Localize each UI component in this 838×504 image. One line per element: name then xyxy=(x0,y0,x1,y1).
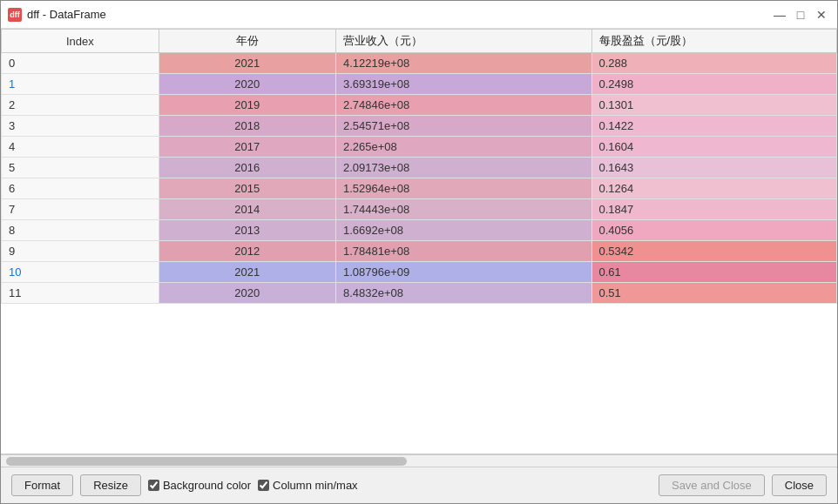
bg-color-label: Background color xyxy=(163,479,251,492)
cell-revenue: 2.74846e+08 xyxy=(335,95,591,116)
cell-year: 2018 xyxy=(159,116,335,137)
title-bar: dff dff - DataFrame — □ ✕ xyxy=(1,1,837,29)
table-row: 6 2015 1.52964e+08 0.1264 xyxy=(2,178,837,199)
cell-year: 2017 xyxy=(159,137,335,158)
cell-index: 0 xyxy=(2,53,159,74)
cell-eps: 0.61 xyxy=(591,262,836,283)
cell-eps: 0.2498 xyxy=(591,74,836,95)
save-close-button[interactable]: Save and Close xyxy=(659,474,765,496)
close-window-button[interactable]: ✕ xyxy=(813,6,830,24)
footer-toolbar: Format Resize Background color Column mi… xyxy=(1,467,837,503)
cell-revenue: 3.69319e+08 xyxy=(335,74,591,95)
resize-button[interactable]: Resize xyxy=(80,474,141,496)
cell-eps: 0.1301 xyxy=(591,95,836,116)
main-window: dff dff - DataFrame — □ ✕ Index 年份 营业收入（… xyxy=(0,0,838,504)
table-row: 10 2021 1.08796e+09 0.61 xyxy=(2,262,837,283)
col-header-year: 年份 xyxy=(159,30,335,53)
col-header-revenue: 营业收入（元） xyxy=(335,30,591,53)
cell-year: 2013 xyxy=(159,220,335,241)
cell-eps: 0.1604 xyxy=(591,137,836,158)
table-row: 0 2021 4.12219e+08 0.288 xyxy=(2,53,837,74)
cell-revenue: 2.09173e+08 xyxy=(335,158,591,178)
col-minmax-checkbox[interactable] xyxy=(258,480,269,491)
cell-eps: 0.4056 xyxy=(591,220,836,241)
cell-revenue: 1.74443e+08 xyxy=(335,199,591,220)
cell-year: 2014 xyxy=(159,199,335,220)
cell-eps: 0.1264 xyxy=(591,178,836,199)
cell-year: 2012 xyxy=(159,241,335,262)
cell-index: 1 xyxy=(2,74,159,95)
cell-index: 5 xyxy=(2,158,159,178)
horizontal-scrollbar[interactable] xyxy=(1,454,837,467)
table-row: 1 2020 3.69319e+08 0.2498 xyxy=(2,74,837,95)
table-row: 5 2016 2.09173e+08 0.1643 xyxy=(2,158,837,178)
cell-revenue: 1.6692e+08 xyxy=(335,220,591,241)
cell-year: 2016 xyxy=(159,158,335,178)
cell-year: 2021 xyxy=(159,262,335,283)
scrollbar-thumb-horizontal xyxy=(6,457,407,466)
cell-revenue: 1.78481e+08 xyxy=(335,241,591,262)
cell-revenue: 1.08796e+09 xyxy=(335,262,591,283)
cell-eps: 0.5342 xyxy=(591,241,836,262)
cell-eps: 0.288 xyxy=(591,53,836,74)
app-icon: dff xyxy=(8,8,22,22)
cell-year: 2015 xyxy=(159,178,335,199)
table-row: 11 2020 8.4832e+08 0.51 xyxy=(2,283,837,304)
table-row: 2 2019 2.74846e+08 0.1301 xyxy=(2,95,837,116)
table-row: 4 2017 2.265e+08 0.1604 xyxy=(2,137,837,158)
bg-color-checkbox-label[interactable]: Background color xyxy=(148,479,251,492)
cell-index: 11 xyxy=(2,283,159,304)
table-row: 3 2018 2.54571e+08 0.1422 xyxy=(2,116,837,137)
col-header-eps: 每股盈益（元/股） xyxy=(591,30,836,53)
cell-index: 4 xyxy=(2,137,159,158)
maximize-button[interactable]: □ xyxy=(792,6,809,24)
cell-index: 8 xyxy=(2,220,159,241)
cell-index: 3 xyxy=(2,116,159,137)
bg-color-checkbox[interactable] xyxy=(148,480,159,491)
cell-year: 2019 xyxy=(159,95,335,116)
cell-year: 2021 xyxy=(159,53,335,74)
cell-revenue: 8.4832e+08 xyxy=(335,283,591,304)
dataframe-table-container[interactable]: Index 年份 营业收入（元） 每股盈益（元/股） 0 2021 4.1221… xyxy=(1,29,837,454)
col-minmax-checkbox-label[interactable]: Column min/max xyxy=(258,479,358,492)
table-row: 7 2014 1.74443e+08 0.1847 xyxy=(2,199,837,220)
format-button[interactable]: Format xyxy=(11,474,73,496)
table-row: 9 2012 1.78481e+08 0.5342 xyxy=(2,241,837,262)
window-title: dff - DataFrame xyxy=(27,8,771,21)
cell-eps: 0.1643 xyxy=(591,158,836,178)
table-header-row: Index 年份 营业收入（元） 每股盈益（元/股） xyxy=(2,30,837,53)
window-controls: — □ ✕ xyxy=(771,6,830,24)
cell-eps: 0.51 xyxy=(591,283,836,304)
cell-eps: 0.1847 xyxy=(591,199,836,220)
col-header-index: Index xyxy=(2,30,159,53)
cell-eps: 0.1422 xyxy=(591,116,836,137)
minimize-button[interactable]: — xyxy=(771,6,788,24)
cell-revenue: 4.12219e+08 xyxy=(335,53,591,74)
dataframe-table: Index 年份 营业收入（元） 每股盈益（元/股） 0 2021 4.1221… xyxy=(1,29,837,304)
close-button[interactable]: Close xyxy=(772,474,827,496)
cell-revenue: 1.52964e+08 xyxy=(335,178,591,199)
col-minmax-label: Column min/max xyxy=(273,479,358,492)
cell-year: 2020 xyxy=(159,283,335,304)
cell-revenue: 2.265e+08 xyxy=(335,137,591,158)
cell-index: 6 xyxy=(2,178,159,199)
cell-index: 10 xyxy=(2,262,159,283)
table-row: 8 2013 1.6692e+08 0.4056 xyxy=(2,220,837,241)
cell-revenue: 2.54571e+08 xyxy=(335,116,591,137)
cell-index: 9 xyxy=(2,241,159,262)
cell-index: 2 xyxy=(2,95,159,116)
cell-index: 7 xyxy=(2,199,159,220)
cell-year: 2020 xyxy=(159,74,335,95)
